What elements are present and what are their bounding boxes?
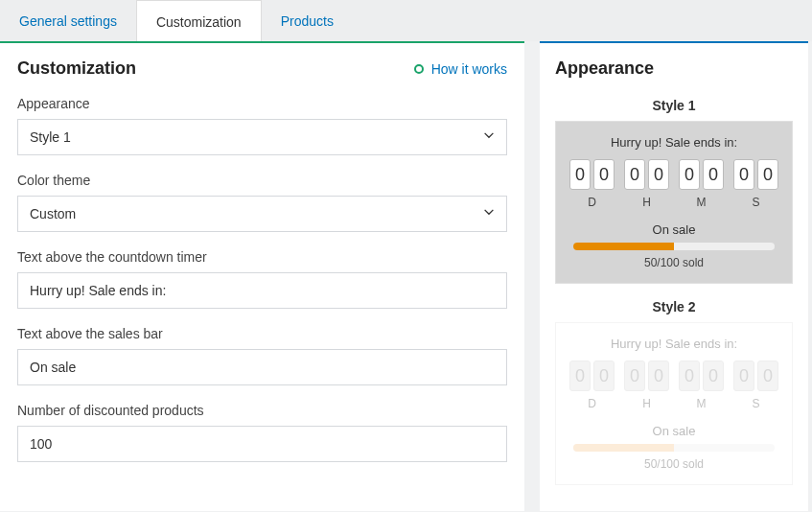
how-it-works-label: How it works [431,61,507,77]
style2-title: Style 2 [555,299,793,314]
onsale-caption: On sale [566,424,782,438]
digit: 0 [624,361,645,391]
countdown-digits: 00 00 00 00 [566,361,782,391]
digit: 0 [703,159,724,190]
digit: 0 [648,361,669,391]
customization-panel: Customization How it works Appearance St… [0,41,524,511]
text-above-timer-input[interactable] [17,272,507,309]
tab-products[interactable]: Products [262,0,353,41]
tab-customization[interactable]: Customization [136,0,262,41]
color-theme-label: Color theme [17,173,507,188]
unit-d: D [569,397,615,410]
sold-text: 50/100 sold [566,256,782,269]
digit: 0 [624,159,645,190]
num-discounted-input[interactable] [17,426,507,462]
digit: 0 [757,159,778,190]
digit: 0 [733,159,754,190]
countdown-caption: Hurry up! Sale ends in: [566,337,782,351]
appearance-title: Appearance [555,58,793,79]
how-it-works-link[interactable]: How it works [414,61,507,77]
countdown-caption: Hurry up! Sale ends in: [566,135,782,150]
unit-s: S [733,196,778,209]
digit: 0 [703,361,724,391]
appearance-select[interactable]: Style 1 [17,119,507,155]
text-above-sales-label: Text above the sales bar [17,326,507,341]
digit: 0 [757,361,778,391]
unit-labels: D H M S [566,397,782,410]
unit-h: H [624,196,669,209]
color-theme-select[interactable]: Custom [17,196,507,232]
text-above-sales-input[interactable] [17,349,507,385]
onsale-caption: On sale [566,222,782,237]
style2-preview[interactable]: Hurry up! Sale ends in: 00 00 00 00 D H … [555,322,793,485]
unit-s: S [733,397,778,410]
appearance-panel: Appearance Style 1 Hurry up! Sale ends i… [540,41,808,511]
digit: 0 [648,159,669,190]
digit: 0 [733,361,754,391]
digit: 0 [569,159,591,190]
tab-bar: General settings Customization Products [0,0,812,41]
unit-labels: D H M S [566,196,782,209]
unit-d: D [569,196,615,209]
progress-bar [573,243,775,250]
page-title: Customization [17,58,136,79]
ring-icon [414,64,424,74]
unit-m: M [679,397,724,410]
unit-m: M [679,196,724,209]
tab-general-settings[interactable]: General settings [0,0,136,41]
digit: 0 [679,361,700,391]
digit: 0 [593,159,615,190]
appearance-label: Appearance [17,96,507,111]
unit-h: H [624,397,669,410]
countdown-digits: 00 00 00 00 [566,159,782,190]
text-above-timer-label: Text above the countdown timer [17,249,507,265]
progress-bar [573,444,775,452]
sold-text: 50/100 sold [566,457,782,471]
digit: 0 [593,361,615,391]
num-discounted-label: Number of discounted products [17,403,507,418]
digit: 0 [569,361,591,391]
style1-title: Style 1 [555,98,793,113]
style1-preview[interactable]: Hurry up! Sale ends in: 00 00 00 00 D H … [555,121,793,284]
digit: 0 [679,159,700,190]
